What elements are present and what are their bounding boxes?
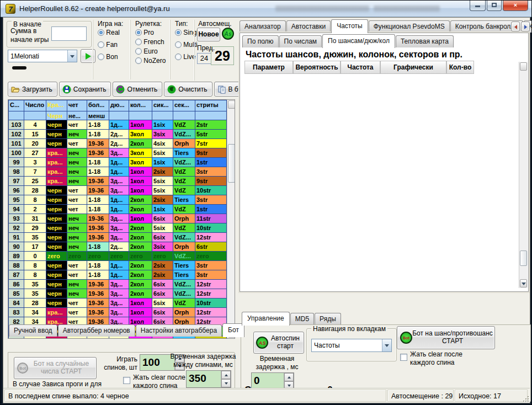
radio-icon[interactable] xyxy=(98,54,104,60)
grid-cell[interactable]: неч xyxy=(67,148,87,158)
grid-cell[interactable]: 12str xyxy=(195,233,227,242)
number-cell[interactable]: 25 xyxy=(24,177,46,186)
grid-cell[interactable]: 2д... xyxy=(109,242,129,252)
grid-cell[interactable]: 2кол xyxy=(129,139,152,148)
radio-icon[interactable] xyxy=(175,41,182,48)
grid-cell[interactable]: 1-18 xyxy=(87,261,109,270)
grid-cell[interactable]: 3кол xyxy=(129,158,152,167)
radio-icon[interactable] xyxy=(175,54,182,60)
freq-scrollbar[interactable] xyxy=(519,62,528,288)
radio-icon[interactable] xyxy=(135,48,142,55)
grid-cell[interactable]: неч xyxy=(67,223,87,233)
spin-number-cell[interactable]: 85 xyxy=(9,289,24,299)
number-cell[interactable]: 3 xyxy=(24,158,46,167)
scroll-up-icon[interactable] xyxy=(520,62,527,71)
grid-cell[interactable]: 19-36 xyxy=(87,289,109,299)
minimize-button[interactable] xyxy=(470,1,486,11)
radio-icon[interactable] xyxy=(98,41,104,48)
spin-number-cell[interactable]: 98 xyxy=(9,167,24,177)
grid-cell[interactable]: zero xyxy=(109,252,129,261)
grid-cell[interactable]: 1-18 xyxy=(87,270,109,280)
toolbar-button-сохранить[interactable]: Сохранить xyxy=(59,82,111,97)
spin-number-cell[interactable]: 103 xyxy=(9,120,24,130)
number-cell[interactable]: 35 xyxy=(24,280,46,289)
grid-cell[interactable]: VdZ xyxy=(173,177,195,186)
grid-cell[interactable]: 11str xyxy=(195,214,227,223)
grid-cell[interactable]: черн xyxy=(46,242,67,252)
number-cell[interactable]: 4 xyxy=(24,120,46,130)
tab-анализатор[interactable]: Анализатор xyxy=(240,20,286,33)
spin-number-cell[interactable]: 83 xyxy=(9,308,24,317)
spin-number-cell[interactable]: 91 xyxy=(9,233,24,242)
tab-ручной-ввод[interactable]: Ручной ввод xyxy=(9,324,57,337)
grid-cell[interactable]: кра... xyxy=(46,158,67,167)
grid-cell[interactable]: 3д... xyxy=(109,177,129,186)
grid-cell[interactable]: 1кол xyxy=(129,177,152,186)
spins-scrollbar[interactable] xyxy=(227,100,235,338)
grid-cell[interactable]: Tiers xyxy=(173,261,195,270)
grid-cell[interactable]: 2кол xyxy=(129,205,152,214)
grid-cell[interactable]: VdZ xyxy=(173,223,195,233)
chevron-down-icon[interactable] xyxy=(382,339,391,351)
grid-cell[interactable]: черн xyxy=(46,280,67,289)
number-cell[interactable]: 20 xyxy=(24,139,46,148)
grid-cell[interactable]: неч xyxy=(67,242,87,252)
grid-cell[interactable]: 3д... xyxy=(109,280,129,289)
grid-cell[interactable]: Orph xyxy=(173,139,195,148)
spin-number-cell[interactable]: 99 xyxy=(9,158,24,167)
grid-cell[interactable]: VdZ... xyxy=(173,130,195,139)
grid-cell[interactable]: черн xyxy=(46,233,67,242)
grid-cell[interactable]: 2кол xyxy=(129,289,152,299)
grid-cell[interactable]: Orph xyxy=(173,242,195,252)
grid-cell[interactable]: неч xyxy=(67,158,87,167)
grid-cell[interactable]: VdZ... xyxy=(173,158,195,167)
grid-cell[interactable]: 5six xyxy=(152,177,173,186)
grid-cell[interactable]: чет xyxy=(67,139,87,148)
grid-cell[interactable]: 2д... xyxy=(109,139,129,148)
number-cell[interactable]: 15 xyxy=(24,130,46,139)
grid-cell[interactable]: zero xyxy=(195,252,227,261)
step-up-icon[interactable] xyxy=(221,371,231,379)
grid-cell[interactable]: 10str xyxy=(195,223,227,233)
grid-cell[interactable]: 3str xyxy=(195,270,227,280)
grid-cell[interactable]: 6six xyxy=(152,233,173,242)
grid-cell[interactable]: черн xyxy=(46,130,67,139)
step-down-icon[interactable] xyxy=(221,379,231,387)
tab-md5[interactable]: MD5 xyxy=(290,313,314,325)
grid-cell[interactable]: черн xyxy=(46,299,67,308)
number-cell[interactable]: 34 xyxy=(24,308,46,317)
grid-cell[interactable]: кра... xyxy=(46,177,67,186)
grid-cell[interactable]: VdZ xyxy=(173,167,195,177)
radio-option-live[interactable]: Live xyxy=(175,53,195,61)
grid-cell[interactable]: черн xyxy=(46,261,67,270)
step-up-icon[interactable] xyxy=(284,373,294,381)
grid-cell[interactable]: 19-36 xyxy=(87,148,109,158)
grid-cell[interactable]: 1six xyxy=(152,205,173,214)
grid-cell[interactable]: черн xyxy=(46,186,67,195)
grid-cell[interactable]: 1кол xyxy=(129,299,152,308)
number-cell[interactable]: 0 xyxy=(24,252,46,261)
grid-cell[interactable]: 10str xyxy=(195,186,227,195)
number-cell[interactable]: 27 xyxy=(24,148,46,158)
radio-option-nozero[interactable]: NoZero xyxy=(135,57,166,65)
toolbar-button-очистить[interactable]: Очистить xyxy=(164,82,212,97)
chevron-down-icon[interactable] xyxy=(67,50,77,62)
grid-cell[interactable]: 4six xyxy=(152,139,173,148)
grid-cell[interactable]: 19-36 xyxy=(87,280,109,289)
grid-cell[interactable]: 3str xyxy=(195,195,227,205)
toolbar-button-загрузить[interactable]: Загрузить xyxy=(8,82,57,97)
random-bot-start-button[interactable]: Bot Бот на случайные числа СТАРТ xyxy=(14,357,97,379)
as-badge-icon[interactable]: As xyxy=(222,28,234,40)
radio-icon[interactable] xyxy=(135,57,142,64)
grid-cell[interactable]: 3str xyxy=(195,167,227,177)
number-cell[interactable]: 28 xyxy=(24,299,46,308)
grid-cell[interactable]: 9str xyxy=(195,177,227,186)
grid-cell[interactable]: 5six xyxy=(152,299,173,308)
grid-cell[interactable]: 1д... xyxy=(109,270,129,280)
toolbar-button-отменить[interactable]: Отменить xyxy=(113,82,162,97)
tab-частоты[interactable]: Частоты xyxy=(331,19,368,33)
grid-cell[interactable]: VdZ... xyxy=(173,252,195,261)
tab-ряды[interactable]: Ряды xyxy=(315,313,341,325)
grid-cell[interactable]: черн xyxy=(46,289,67,299)
grid-cell[interactable]: 3кол xyxy=(129,148,152,158)
